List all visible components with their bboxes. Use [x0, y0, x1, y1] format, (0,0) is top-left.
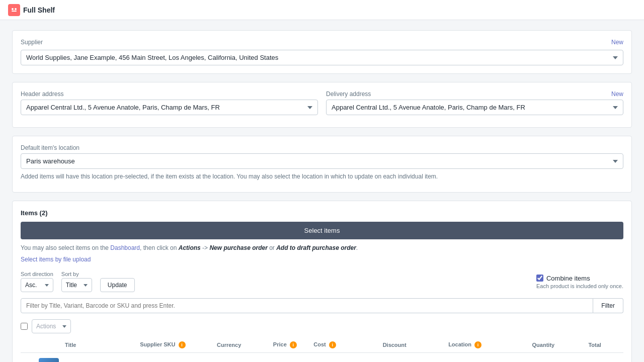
sku-info-icon: i	[179, 341, 186, 348]
app-title: Full Shelf	[23, 6, 55, 14]
file-upload-link[interactable]: Select items by file upload	[21, 256, 91, 263]
col-title: Title	[62, 337, 137, 353]
header-address-select[interactable]: Apparel Central Ltd., 5 Avenue Anatole, …	[21, 100, 318, 115]
price-cell-1: 50.0	[270, 353, 310, 362]
sort-by-select[interactable]: Title	[61, 278, 92, 292]
supplier-select[interactable]: World Supplies, Jane Example, 456 Main S…	[21, 50, 623, 65]
actions-select[interactable]: Actions	[32, 319, 71, 333]
svg-rect-2	[12, 11, 17, 12]
col-location: Location i	[445, 337, 529, 353]
items-title: Items (2)	[21, 209, 623, 217]
filter-input[interactable]	[21, 298, 593, 313]
svg-point-1	[15, 8, 17, 10]
header-address-label: Header address	[21, 90, 318, 98]
cost-info-icon: i	[329, 341, 336, 348]
delivery-address-select[interactable]: Apparel Central Ltd., 5 Avenue Anatole, …	[326, 100, 623, 115]
default-location-select[interactable]: Paris warehouse	[21, 153, 623, 169]
items-table: Title Supplier SKU i Currency Price i Co…	[21, 337, 623, 362]
filter-button[interactable]: Filter	[593, 298, 623, 313]
col-total: Total	[585, 337, 623, 353]
default-location-helper: Added items will have this location pre-…	[21, 172, 623, 181]
col-discount: Discount	[380, 337, 446, 353]
delivery-address-label: Delivery address	[326, 90, 371, 98]
delivery-address-new-link[interactable]: New	[611, 90, 623, 98]
combine-label: Combine items	[546, 275, 590, 282]
price-info-icon: i	[290, 341, 297, 348]
svg-point-0	[12, 8, 14, 10]
col-checkbox	[21, 337, 36, 353]
logo-icon	[8, 4, 20, 16]
sort-by-label: Sort by	[61, 271, 92, 277]
col-quantity: Quantity	[529, 337, 586, 353]
items-helper: You may also select items on the Dashboa…	[21, 243, 623, 252]
default-location-label: Default item's location	[21, 144, 623, 151]
sort-direction-label: Sort direction	[21, 271, 53, 277]
combine-sub: Each product is included only once.	[536, 283, 623, 289]
col-price: Price i	[270, 337, 310, 353]
update-button[interactable]: Update	[100, 278, 135, 292]
master-checkbox[interactable]	[21, 323, 28, 330]
sort-direction-select[interactable]: Asc.	[21, 278, 53, 292]
select-items-button[interactable]: Select items	[21, 222, 623, 239]
location-info-icon: i	[474, 341, 481, 348]
supplier-new-link[interactable]: New	[611, 39, 623, 46]
dashboard-link[interactable]: Dashboard	[110, 244, 140, 251]
total-cell-1: $360.00	[585, 353, 623, 362]
table-row: Ocean Blue Shirt More fields 50.0 $ % $3…	[21, 353, 623, 362]
product-thumb-1	[39, 358, 59, 362]
supplier-label: Supplier	[21, 39, 43, 46]
col-sku: Supplier SKU i	[137, 337, 214, 353]
app-logo: Full Shelf	[8, 4, 55, 16]
col-cost: Cost i	[310, 337, 379, 353]
col-currency: Currency	[214, 337, 270, 353]
col-thumb	[36, 337, 62, 353]
combine-checkbox[interactable]	[536, 275, 543, 282]
